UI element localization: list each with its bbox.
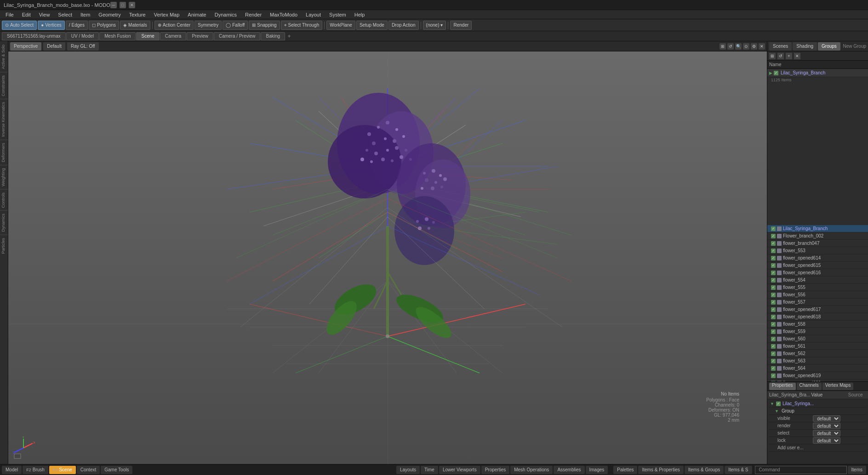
- list-item[interactable]: ✓flower_559: [767, 328, 868, 335]
- menu-layout[interactable]: Layout: [302, 11, 325, 18]
- props-row-value[interactable]: default: [813, 437, 846, 444]
- props-value-dropdown[interactable]: default: [813, 430, 840, 436]
- shading-tab[interactable]: Shading: [793, 42, 817, 51]
- list-item[interactable]: ✓flower_562: [767, 350, 868, 357]
- tab-6[interactable]: Camera / Preview: [214, 32, 260, 40]
- menu-vertex-map[interactable]: Vertex Map: [150, 11, 183, 18]
- tab-2[interactable]: Mesh Fusion: [99, 32, 136, 40]
- list-item[interactable]: ✓flower_opened618: [767, 313, 868, 321]
- groups-icon-4[interactable]: ✕: [794, 53, 800, 59]
- viewport-icon-6[interactable]: ✕: [759, 43, 765, 50]
- props-row-value[interactable]: default: [813, 415, 846, 422]
- images-tab[interactable]: Images: [586, 466, 608, 474]
- drop-action-button[interactable]: Drop Action: [388, 21, 419, 30]
- context-tab[interactable]: Context: [77, 466, 100, 474]
- props-row[interactable]: selectdefault: [768, 430, 867, 437]
- sidebar-label-weighting[interactable]: Weighting: [0, 165, 8, 189]
- list-item[interactable]: ✓flower_opened617: [767, 306, 868, 313]
- item-check[interactable]: ✓: [771, 344, 776, 349]
- items-label-tab[interactable]: Items: [848, 466, 866, 474]
- command-bar[interactable]: Command: [755, 466, 847, 474]
- item-entries[interactable]: ✓Lilac_Syringa_Branch✓Flower_branch_002✓…: [767, 225, 868, 381]
- minimize-button[interactable]: ─: [110, 2, 117, 8]
- lower-viewports-tab[interactable]: Lower Viewports: [439, 466, 480, 474]
- layouts-tab[interactable]: Layouts: [396, 466, 420, 474]
- sidebar-label-dynamics[interactable]: Dynamics: [0, 210, 8, 235]
- tab-5[interactable]: Preview: [187, 32, 213, 40]
- sidebar-label-controls[interactable]: Controls: [0, 189, 8, 211]
- menu-select[interactable]: Select: [54, 11, 76, 18]
- action-center-button[interactable]: ⊕ Action Center: [154, 21, 194, 30]
- auto-select-button[interactable]: ⊙ Auto Select: [2, 21, 37, 30]
- list-item[interactable]: ✓flower_553: [767, 247, 868, 254]
- properties-tab[interactable]: Properties: [769, 383, 796, 390]
- item-check[interactable]: ✓: [771, 285, 776, 290]
- item-check[interactable]: ✓: [771, 366, 776, 371]
- close-button[interactable]: ✕: [129, 2, 135, 8]
- groups-icon-1[interactable]: ⊞: [769, 53, 776, 59]
- default-tab[interactable]: Default: [43, 42, 65, 51]
- item-check[interactable]: ✓: [771, 278, 776, 283]
- props-row[interactable]: lockdefault: [768, 437, 867, 444]
- sidebar-label-deformers[interactable]: Deformers: [0, 140, 8, 165]
- viewport-icon-2[interactable]: ↺: [727, 43, 734, 50]
- channels-tab[interactable]: Channels: [797, 383, 822, 390]
- props-value-dropdown[interactable]: default: [813, 415, 840, 422]
- properties-bottom-tab[interactable]: Properties: [481, 466, 510, 474]
- item-check[interactable]: ✓: [771, 234, 776, 238]
- list-item[interactable]: ✓flower_opened615: [767, 262, 868, 269]
- tab-1[interactable]: UV / Model: [66, 32, 99, 40]
- list-item[interactable]: ✓flower_554: [767, 277, 868, 284]
- vertex-maps-tab[interactable]: Vertex Maps: [822, 383, 854, 390]
- menu-item[interactable]: Item: [77, 11, 94, 18]
- snapping-button[interactable]: ⊞ Snapping: [249, 21, 280, 30]
- setup-mode-button[interactable]: Setup Mode: [356, 21, 388, 30]
- items-properties-tab[interactable]: Items & Properties: [638, 466, 683, 474]
- menu-render[interactable]: Render: [241, 11, 265, 18]
- viewport-icon-5[interactable]: ⚙: [751, 43, 757, 50]
- menu-help[interactable]: Help: [351, 11, 369, 18]
- props-value-dropdown[interactable]: default: [813, 437, 840, 444]
- tab-7[interactable]: Baking: [261, 32, 285, 40]
- edges-button[interactable]: / Edges: [66, 21, 88, 30]
- menu-system[interactable]: System: [326, 11, 350, 18]
- sidebar-label-particles[interactable]: Particles: [0, 235, 8, 257]
- item-check[interactable]: ✓: [771, 373, 776, 378]
- sidebar-label-constraints[interactable]: Constraints: [0, 72, 8, 99]
- none-dropdown[interactable]: (none) ▾: [423, 21, 446, 30]
- props-row[interactable]: Add user e...: [768, 444, 867, 452]
- list-item[interactable]: ✓flower_556: [767, 291, 868, 299]
- time-tab[interactable]: Time: [421, 466, 438, 474]
- list-item[interactable]: ✓flower_opened614: [767, 254, 868, 262]
- list-item[interactable]: ✓flower_560: [767, 335, 868, 343]
- add-tab-button[interactable]: +: [286, 33, 293, 40]
- ray-gl-tab[interactable]: Ray GL: Off: [67, 42, 99, 51]
- tab-3[interactable]: Scene: [136, 32, 159, 40]
- menu-edit[interactable]: Edit: [18, 11, 34, 18]
- item-check[interactable]: ✓: [771, 256, 776, 260]
- falloff-button[interactable]: ◯ Falloff: [223, 21, 248, 30]
- list-item[interactable]: ✓Flower_branch_002: [767, 232, 868, 240]
- item-check[interactable]: ✓: [771, 300, 776, 305]
- item-check[interactable]: ✓: [771, 249, 776, 253]
- perspective-tab[interactable]: Perspective: [10, 42, 41, 51]
- item-check[interactable]: ✓: [771, 263, 776, 268]
- item-check[interactable]: ✓: [771, 307, 776, 312]
- list-item[interactable]: ✓flower_563: [767, 357, 868, 365]
- item-check[interactable]: ✓: [771, 322, 776, 327]
- model-tab[interactable]: Model: [2, 466, 22, 474]
- list-item[interactable]: ✓flower_opened619: [767, 372, 868, 379]
- item-check[interactable]: ✓: [771, 226, 776, 231]
- vertices-button[interactable]: ● Vertices: [38, 21, 65, 30]
- viewport-canvas[interactable]: No Items Polygons : Face Channels: 0 Def…: [8, 51, 767, 464]
- item-list[interactable]: ▶ ✓ Lilac_Syringa_Branch 1125 Items: [767, 69, 868, 225]
- assemblies-tab[interactable]: Assemblies: [554, 466, 584, 474]
- props-row[interactable]: renderdefault: [768, 422, 867, 430]
- new-group-button[interactable]: New Group: [843, 44, 866, 49]
- scene-tab[interactable]: F3 Scene: [49, 466, 76, 474]
- select-through-button[interactable]: ⌖ Select Through: [281, 21, 323, 30]
- menu-texture[interactable]: Texture: [126, 11, 149, 18]
- game-tools-tab[interactable]: Game Tools: [101, 466, 132, 474]
- viewport-icon-4[interactable]: ⊙: [743, 43, 749, 50]
- props-value-dropdown[interactable]: default: [813, 423, 840, 429]
